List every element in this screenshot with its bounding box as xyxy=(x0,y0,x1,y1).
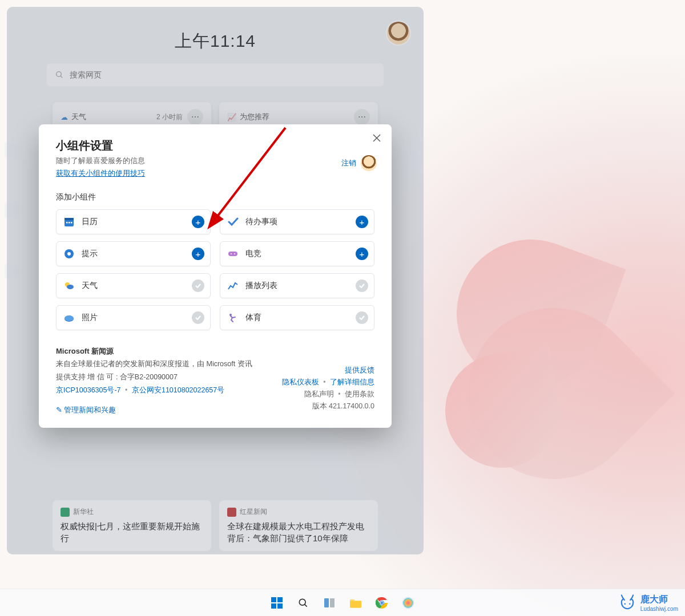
svg-point-32 xyxy=(381,601,383,603)
widget-tiles-grid: 日历 + 待办事项 + 提示 + 电竞 + 天气 播放列表 照片 体育 xyxy=(56,209,374,330)
svg-rect-23 xyxy=(277,603,283,609)
tile-label: 播放列表 xyxy=(245,281,356,291)
add-plus-icon[interactable]: + xyxy=(356,248,368,260)
svg-rect-27 xyxy=(330,598,335,607)
added-check-icon xyxy=(356,311,368,324)
svg-point-24 xyxy=(299,599,305,605)
tile-label: 天气 xyxy=(82,281,192,291)
tile-label: 日历 xyxy=(82,217,192,227)
tile-sports[interactable]: 体育 xyxy=(220,305,374,330)
version-label: 版本 421.17400.0.0 xyxy=(282,402,374,411)
taskbar-search-icon[interactable] xyxy=(292,591,315,614)
signout-link[interactable]: 注销 xyxy=(341,158,356,168)
sports-icon xyxy=(226,311,240,325)
terms: 使用条款 xyxy=(345,390,374,398)
added-check-icon xyxy=(356,279,368,292)
privacy-stmt: 隐私声明 xyxy=(304,390,334,398)
modal-title: 小组件设置 xyxy=(56,138,374,153)
manage-news-link[interactable]: 管理新闻和兴趣 xyxy=(64,406,116,414)
browser-icon[interactable] xyxy=(397,591,420,614)
add-plus-icon[interactable]: + xyxy=(356,216,368,228)
tile-calendar[interactable]: 日历 + xyxy=(56,209,211,234)
file-explorer-icon[interactable] xyxy=(344,591,367,614)
svg-point-13 xyxy=(234,253,235,254)
added-check-icon xyxy=(192,279,204,292)
newsfeed-heading: Microsoft 新闻源 xyxy=(56,347,114,355)
tile-tips[interactable]: 提示 + xyxy=(56,241,211,266)
svg-line-25 xyxy=(305,604,307,606)
tile-watchlist[interactable]: 播放列表 xyxy=(220,273,374,298)
tips-link[interactable]: 获取有关小组件的使用技巧 xyxy=(56,168,145,179)
svg-rect-11 xyxy=(228,252,237,256)
chrome-icon[interactable] xyxy=(370,591,393,614)
add-widgets-heading: 添加小组件 xyxy=(56,192,374,202)
watchlist-icon xyxy=(226,279,240,293)
svg-rect-5 xyxy=(65,218,74,220)
pencil-icon: ✎ xyxy=(56,406,62,414)
add-plus-icon[interactable]: + xyxy=(192,248,204,260)
svg-point-17 xyxy=(65,315,74,321)
tile-label: 提示 xyxy=(82,249,192,259)
tile-label: 体育 xyxy=(245,313,356,323)
add-plus-icon[interactable]: + xyxy=(192,216,204,228)
svg-point-10 xyxy=(67,252,71,256)
calendar-icon xyxy=(62,215,76,229)
photos-icon xyxy=(62,311,76,325)
tile-label: 电竞 xyxy=(245,249,356,259)
svg-rect-7 xyxy=(68,222,70,224)
svg-rect-26 xyxy=(324,598,329,607)
weather-icon xyxy=(62,279,76,293)
tile-todo[interactable]: 待办事项 + xyxy=(220,209,374,234)
todo-icon xyxy=(226,215,240,229)
feedback-link[interactable]: 提供反馈 xyxy=(345,366,374,374)
esports-icon xyxy=(226,247,240,261)
icp-link-1[interactable]: 京ICP10036305号-7 xyxy=(56,386,121,394)
svg-rect-6 xyxy=(66,222,68,224)
modal-footer: Microsoft 新闻源 来自全球最佳记者的突发新闻和深度报道，由 Micro… xyxy=(56,346,374,415)
close-button[interactable] xyxy=(370,131,384,145)
icp-link-2[interactable]: 京公网安11010802022657号 xyxy=(132,386,224,394)
tile-label: 待办事项 xyxy=(245,217,356,227)
svg-point-12 xyxy=(231,253,232,254)
widget-settings-modal: 注销 小组件设置 随时了解最喜爱服务的信息 获取有关小组件的使用技巧 添加小组件… xyxy=(39,124,392,428)
svg-rect-20 xyxy=(271,597,276,602)
svg-point-36 xyxy=(624,603,626,605)
privacy-dash-link[interactable]: 隐私仪表板 xyxy=(282,378,319,386)
svg-rect-22 xyxy=(271,603,276,609)
svg-point-15 xyxy=(67,285,74,289)
start-button[interactable] xyxy=(265,591,288,614)
svg-rect-28 xyxy=(350,601,361,607)
learn-more-link[interactable]: 了解详细信息 xyxy=(330,378,374,386)
modal-subtitle: 随时了解最喜爱服务的信息 xyxy=(56,156,374,166)
tips-icon xyxy=(62,247,76,261)
tile-label: 照片 xyxy=(82,313,192,323)
svg-rect-8 xyxy=(71,222,72,224)
deer-icon xyxy=(618,593,637,613)
svg-point-37 xyxy=(629,603,631,605)
task-view-icon[interactable] xyxy=(318,591,341,614)
tile-weather[interactable]: 天气 xyxy=(56,273,211,298)
tile-esports[interactable]: 电竞 + xyxy=(220,241,374,266)
taskbar: 鹿大师 Ludashiwj.com xyxy=(0,589,685,616)
watermark: 鹿大师 Ludashiwj.com xyxy=(618,593,678,613)
tile-photos[interactable]: 照片 xyxy=(56,305,211,330)
added-check-icon xyxy=(192,311,204,324)
modal-avatar[interactable] xyxy=(361,155,377,171)
svg-rect-21 xyxy=(277,597,283,602)
svg-point-35 xyxy=(403,598,413,608)
